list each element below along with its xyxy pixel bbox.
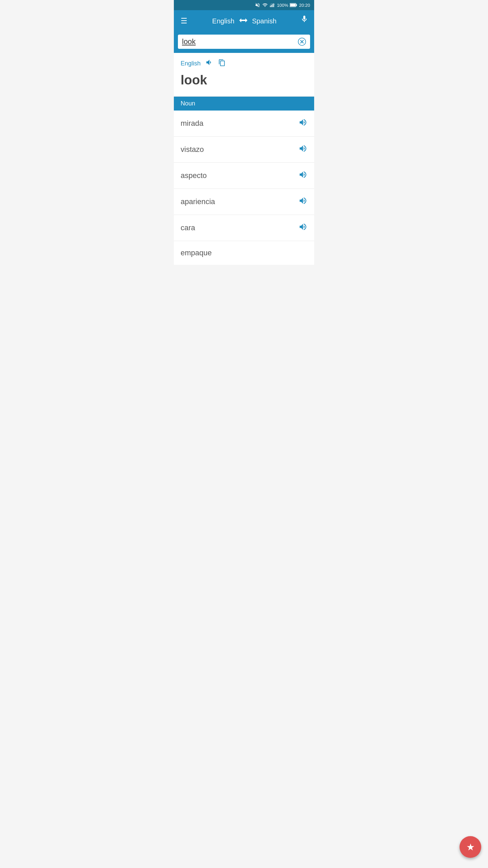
pos-section-header: Noun — [174, 97, 314, 111]
toolbar: ☰ English Spanish — [174, 10, 314, 32]
item-sound-button[interactable] — [299, 144, 307, 155]
search-input[interactable] — [182, 37, 295, 46]
toolbar-left: ☰ — [179, 15, 189, 27]
item-sound-button[interactable] — [299, 222, 307, 233]
card-header: English — [181, 58, 307, 68]
translation-item: mirada — [174, 111, 314, 137]
translation-word: empaque — [181, 249, 212, 257]
card-copy-button[interactable] — [218, 59, 226, 68]
target-language-label[interactable]: Spanish — [252, 17, 277, 25]
card-language-label: English — [181, 60, 201, 67]
translation-list: mirada vistazo aspecto apariencia — [174, 111, 314, 265]
battery-text: 100% — [277, 3, 288, 8]
translation-word: cara — [181, 223, 195, 232]
svg-rect-1 — [271, 5, 272, 7]
translation-item: aspecto — [174, 163, 314, 189]
translation-word: mirada — [181, 119, 203, 128]
card-sound-button[interactable] — [205, 58, 214, 68]
translation-item: vistazo — [174, 137, 314, 163]
status-icons: 100% 20:20 — [255, 2, 310, 8]
svg-rect-3 — [273, 3, 274, 7]
card-icons — [205, 58, 226, 68]
battery-icon — [290, 3, 297, 7]
language-selector: English Spanish — [189, 17, 300, 26]
microphone-icon[interactable] — [300, 15, 309, 27]
svg-rect-0 — [270, 5, 271, 7]
signal-icon — [270, 2, 275, 8]
swap-languages-button[interactable] — [239, 17, 248, 26]
translation-item: empaque — [174, 241, 314, 265]
search-container — [174, 32, 314, 53]
pos-label: Noun — [181, 100, 195, 107]
item-sound-button[interactable] — [299, 170, 307, 181]
item-sound-button[interactable] — [299, 118, 307, 129]
svg-rect-5 — [296, 4, 297, 6]
source-word: look — [181, 73, 307, 88]
menu-icon[interactable]: ☰ — [179, 15, 189, 27]
translation-item: apariencia — [174, 189, 314, 215]
wifi-icon — [262, 2, 268, 8]
clear-button[interactable] — [298, 38, 306, 46]
svg-rect-6 — [290, 4, 296, 6]
translation-word: apariencia — [181, 197, 215, 206]
translation-item: cara — [174, 215, 314, 241]
svg-rect-2 — [272, 4, 273, 7]
translation-word: aspecto — [181, 171, 207, 180]
mute-icon — [255, 2, 260, 8]
search-input-wrapper — [178, 35, 310, 49]
item-sound-button[interactable] — [299, 196, 307, 207]
source-language-label[interactable]: English — [212, 17, 235, 25]
status-bar: 100% 20:20 — [174, 0, 314, 10]
time-text: 20:20 — [299, 3, 310, 8]
translation-word: vistazo — [181, 145, 204, 154]
translation-card: English look — [174, 53, 314, 97]
